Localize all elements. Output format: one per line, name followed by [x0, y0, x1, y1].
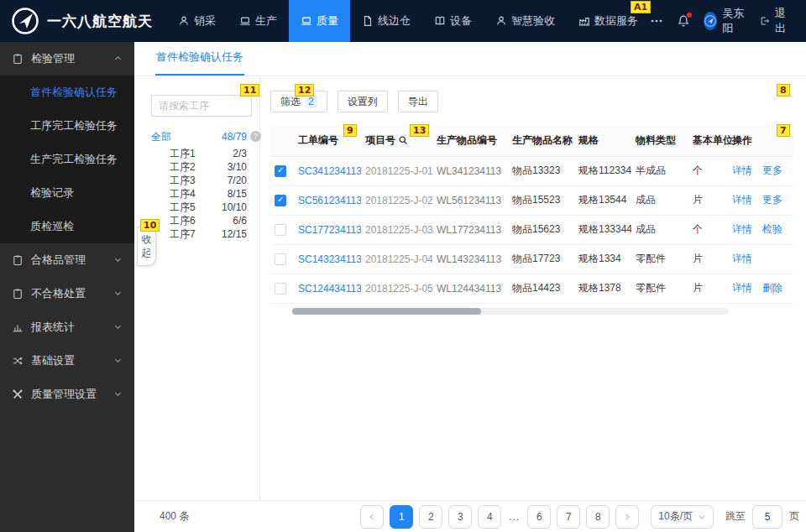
col-item-name: 生产物品名称	[508, 126, 574, 156]
detail-link[interactable]: 详情	[732, 282, 752, 294]
process-search-input[interactable]	[151, 95, 252, 117]
process-item[interactable]: 工序66/6	[151, 214, 247, 227]
notification-bell-button[interactable]	[677, 14, 690, 28]
tools-icon	[12, 389, 24, 400]
row-checkbox[interactable]	[275, 224, 286, 236]
more-link[interactable]: 更多	[762, 164, 782, 176]
sidebar-group-reports[interactable]: 报表统计	[0, 310, 134, 344]
process-name: 全部	[151, 130, 171, 144]
work-order-link[interactable]: SC143234113	[298, 253, 361, 265]
process-count: 2/3	[233, 148, 247, 159]
sidebar-group-quality-settings[interactable]: 质量管理设置	[0, 378, 134, 411]
process-item[interactable]: 工序37/20	[151, 174, 247, 187]
clipboard-icon	[12, 288, 24, 300]
horizontal-scrollbar-thumb[interactable]	[292, 308, 481, 315]
process-item[interactable]: 工序23/10	[151, 160, 247, 174]
sidebar-item-quality-patrol[interactable]: 质检巡检	[0, 210, 134, 243]
detail-link[interactable]: 详情	[732, 223, 752, 235]
project-cell: 20181225-J-02	[361, 185, 432, 215]
logout-label: 退出	[775, 6, 791, 36]
work-order-link[interactable]: SC177234113	[298, 224, 361, 236]
item-name-cell: 物品13323	[508, 156, 574, 185]
group-label: 不合格处置	[31, 286, 86, 301]
page-ellipsis[interactable]: ...	[507, 511, 521, 523]
row-checkbox[interactable]	[275, 165, 286, 177]
table-row: SC561234113 20181225-J-02 WL561234113 物品…	[270, 185, 793, 215]
process-name: 工序7	[170, 227, 196, 242]
page-button-7[interactable]: 7	[557, 505, 580, 529]
process-count: 8/15	[228, 188, 247, 200]
table-row: SC124434113 20181225-J-05 WL124434113 物品…	[270, 274, 793, 303]
process-item[interactable]: 工序12/3	[151, 147, 247, 160]
sidebar-item-inspection-records[interactable]: 检验记录	[0, 176, 134, 210]
col-material-type: 物料类型	[631, 126, 688, 156]
sidebar-group-inspection[interactable]: 检验管理	[0, 42, 134, 76]
tab-first-article-task[interactable]: 首件检验确认任务	[155, 50, 244, 76]
search-icon[interactable]	[395, 134, 408, 146]
user-menu[interactable]: 吴东阳	[704, 6, 746, 36]
work-order-link[interactable]: SC124434113	[298, 283, 361, 295]
nav-item-line-warehouse[interactable]: 线边仓	[350, 0, 422, 42]
material-type-cell: 半成品	[631, 156, 688, 185]
row-checkbox[interactable]	[275, 195, 286, 206]
group-label: 检验管理	[31, 51, 75, 66]
nav-item-sales[interactable]: 销采	[166, 0, 228, 42]
logout-button[interactable]: 退出	[760, 6, 791, 36]
filter-count-badge: 2	[305, 95, 317, 108]
chevron-down-icon	[113, 288, 123, 300]
detail-link[interactable]: 详情	[732, 194, 752, 206]
process-item-all[interactable]: 全部 48/79 ?	[151, 130, 247, 143]
clipboard-icon	[12, 53, 24, 65]
sidebar-item-process-completion-task[interactable]: 工序完工检验任务	[0, 109, 134, 143]
page-button-8[interactable]: 8	[586, 505, 610, 529]
process-item[interactable]: 工序510/10	[151, 201, 247, 214]
chevron-down-icon	[113, 355, 123, 368]
nav-item-quality[interactable]: 质量	[289, 0, 350, 42]
page-button-1[interactable]: 1	[390, 505, 413, 529]
row-checkbox[interactable]	[275, 283, 286, 295]
page-size-select[interactable]: 10条/页	[651, 505, 714, 529]
sidebar-group-basic-settings[interactable]: 基础设置	[0, 344, 134, 378]
inspect-link[interactable]: 检验	[762, 223, 782, 235]
jump-page-input[interactable]	[752, 505, 782, 529]
more-menu-button[interactable]	[650, 14, 663, 28]
more-link[interactable]: 更多	[762, 194, 782, 206]
page-button-6[interactable]: 6	[527, 505, 551, 529]
material-type-cell: 成品	[631, 185, 688, 215]
nav-item-production[interactable]: 生产	[228, 0, 289, 42]
sidebar-item-first-article-task[interactable]: 首件检验确认任务	[0, 76, 134, 109]
work-order-link[interactable]: SC561234113	[298, 195, 361, 206]
nav-label: 设备	[450, 13, 472, 29]
person-icon	[495, 15, 507, 27]
column-settings-button[interactable]: 设置列	[338, 91, 388, 112]
horizontal-scrollbar-track[interactable]	[292, 308, 729, 315]
process-item[interactable]: 工序712/15	[151, 227, 247, 241]
page-button-4[interactable]: 4	[478, 505, 501, 529]
col-item-code: 生产物品编号	[432, 126, 508, 156]
annotation-badge-11: 11	[240, 84, 259, 96]
task-table: 工单编号 项目号 生产物品编号 生产物品名称 规格 物料类型 基本单位 操作	[270, 126, 793, 304]
sidebar-item-production-completion-task[interactable]: 生产完工检验任务	[0, 143, 134, 176]
nav-item-equipment[interactable]: 设备	[422, 0, 484, 42]
work-order-link[interactable]: SC341234113	[298, 165, 361, 177]
detail-link[interactable]: 详情	[732, 164, 752, 176]
collapse-panel-button[interactable]: 收起	[137, 227, 156, 266]
chart-icon	[12, 321, 24, 333]
prev-page-button[interactable]	[360, 505, 384, 529]
sidebar-group-qualified[interactable]: 合格品管理	[0, 243, 134, 277]
nav-label: 智慧验收	[511, 13, 555, 29]
delete-link[interactable]: 删除	[762, 282, 782, 294]
more-dots-icon	[650, 14, 663, 28]
export-label: 导出	[408, 95, 428, 109]
next-page-button[interactable]	[615, 505, 639, 529]
detail-link[interactable]: 详情	[732, 253, 752, 264]
row-checkbox[interactable]	[275, 253, 286, 265]
sidebar-group-nonconforming[interactable]: 不合格处置	[0, 277, 134, 310]
nav-item-smart-acceptance[interactable]: 智慧验收	[484, 0, 567, 42]
page-button-3[interactable]: 3	[448, 505, 472, 529]
export-button[interactable]: 导出	[398, 91, 438, 112]
process-item[interactable]: 工序48/15	[151, 187, 247, 201]
page-size-value: 10条/页	[658, 509, 693, 524]
page-button-2[interactable]: 2	[419, 505, 442, 529]
spec-cell: 规格112334	[574, 156, 631, 185]
